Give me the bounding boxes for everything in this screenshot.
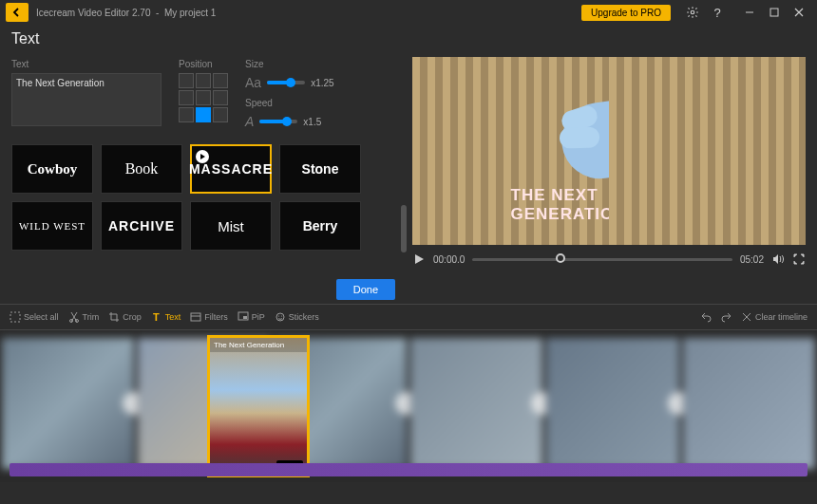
position-cell-8[interactable] <box>213 107 228 122</box>
tool-crop[interactable]: Crop <box>108 311 142 323</box>
panel-title: Text <box>0 25 817 53</box>
position-cell-0[interactable] <box>179 73 194 88</box>
svg-rect-7 <box>191 313 200 321</box>
svg-rect-3 <box>10 312 20 322</box>
position-cell-7[interactable] <box>196 107 211 122</box>
fullscreen-icon[interactable] <box>792 252 806 266</box>
tool-select-all[interactable]: Select all <box>10 311 59 323</box>
timeline[interactable]: The Next Generation 00:03 <box>0 330 817 482</box>
undo-button[interactable] <box>700 311 712 323</box>
svg-point-4 <box>69 320 72 323</box>
position-cell-6[interactable] <box>179 107 194 122</box>
gear-icon[interactable] <box>682 2 703 23</box>
size-label: Size <box>245 59 334 69</box>
preview-text-overlay: THE NEXT GENERATION <box>511 186 708 224</box>
style-stone[interactable]: Stone <box>279 144 361 194</box>
size-value: x1.25 <box>311 78 333 88</box>
speed-slider[interactable] <box>259 120 297 123</box>
current-time: 00:00.0 <box>433 254 465 265</box>
help-icon[interactable]: ? <box>707 2 728 23</box>
position-cell-3[interactable] <box>179 90 194 105</box>
svg-point-0 <box>691 10 694 14</box>
text-input[interactable] <box>11 73 162 126</box>
total-time: 05:02 <box>740 254 764 265</box>
tool-filters[interactable]: Filters <box>190 311 228 323</box>
clear-timeline-button[interactable]: Clear timeline <box>742 312 808 322</box>
tool-pip[interactable]: PiP <box>238 311 265 323</box>
svg-rect-2 <box>770 9 778 16</box>
redo-button[interactable] <box>721 311 732 323</box>
upgrade-button[interactable]: Upgrade to PRO <box>581 5 671 21</box>
position-cell-1[interactable] <box>196 73 211 88</box>
style-book[interactable]: Book <box>101 144 182 194</box>
clip-label: The Next Generation <box>210 338 307 352</box>
play-button[interactable] <box>412 252 426 266</box>
speed-label: Speed <box>245 98 334 108</box>
svg-point-10 <box>276 313 284 321</box>
close-icon[interactable] <box>788 2 809 23</box>
speed-value: x1.5 <box>303 117 321 127</box>
audio-track[interactable] <box>10 463 808 476</box>
tool-trim[interactable]: Trim <box>68 311 100 323</box>
svg-point-5 <box>75 320 78 323</box>
minimize-icon[interactable] <box>739 2 760 23</box>
volume-icon[interactable] <box>771 252 785 266</box>
position-grid[interactable] <box>179 73 228 122</box>
style-mist[interactable]: Mist <box>190 201 272 251</box>
position-label: Position <box>179 59 228 69</box>
tool-text[interactable]: TText <box>151 311 181 323</box>
position-cell-5[interactable] <box>213 90 228 105</box>
tool-stickers[interactable]: Stickers <box>275 311 319 323</box>
svg-rect-9 <box>243 316 247 319</box>
svg-point-12 <box>281 315 282 316</box>
play-indicator-icon <box>196 150 209 163</box>
style-archive[interactable]: ARCHIVE <box>101 201 182 251</box>
speed-icon: A <box>245 114 254 129</box>
maximize-icon[interactable] <box>764 2 785 23</box>
preview-viewport: THE NEXT GENERATION <box>412 57 806 245</box>
back-button[interactable] <box>6 3 28 22</box>
position-cell-2[interactable] <box>213 73 228 88</box>
style-massacre[interactable]: MASSACRE <box>190 144 272 194</box>
style-berry[interactable]: Berry <box>279 201 361 251</box>
seek-bar[interactable] <box>472 258 732 261</box>
done-button[interactable]: Done <box>336 279 395 300</box>
svg-point-11 <box>278 315 279 316</box>
app-title: Icecream Video Editor 2.70 - My project … <box>36 8 216 18</box>
style-wild-west[interactable]: WILD WEST <box>11 201 93 251</box>
position-cell-4[interactable] <box>196 90 211 105</box>
size-slider[interactable] <box>267 81 305 84</box>
scrollbar[interactable] <box>401 205 407 252</box>
text-label: Text <box>11 59 162 69</box>
size-icon: Aa <box>245 75 261 90</box>
timeline-selected-clip[interactable]: The Next Generation 00:03 <box>207 335 310 477</box>
svg-text:T: T <box>153 311 160 323</box>
style-cowboy[interactable]: Cowboy <box>11 144 93 194</box>
